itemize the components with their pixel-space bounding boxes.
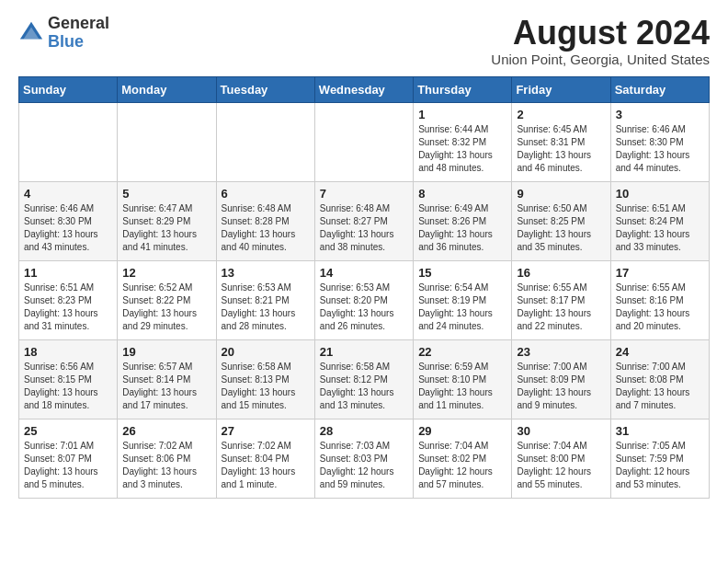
calendar-cell: 7Sunrise: 6:48 AM Sunset: 8:27 PM Daylig… bbox=[314, 181, 413, 260]
day-info: Sunrise: 6:44 AM Sunset: 8:32 PM Dayligh… bbox=[418, 123, 506, 175]
day-info: Sunrise: 6:54 AM Sunset: 8:19 PM Dayligh… bbox=[418, 282, 506, 333]
day-info: Sunrise: 6:59 AM Sunset: 8:10 PM Dayligh… bbox=[418, 361, 506, 412]
day-info: Sunrise: 6:53 AM Sunset: 8:21 PM Dayligh… bbox=[222, 282, 310, 333]
calendar-cell: 31Sunrise: 7:05 AM Sunset: 7:59 PM Dayli… bbox=[610, 419, 709, 498]
day-number: 29 bbox=[418, 424, 506, 438]
day-number: 18 bbox=[24, 345, 112, 359]
calendar-cell: 9Sunrise: 6:50 AM Sunset: 8:25 PM Daylig… bbox=[512, 181, 610, 260]
day-info: Sunrise: 6:50 AM Sunset: 8:25 PM Dayligh… bbox=[517, 202, 605, 254]
weekday-header: Tuesday bbox=[216, 76, 314, 102]
day-info: Sunrise: 7:05 AM Sunset: 7:59 PM Dayligh… bbox=[616, 440, 704, 491]
calendar-cell: 10Sunrise: 6:51 AM Sunset: 8:24 PM Dayli… bbox=[610, 181, 709, 260]
calendar-cell: 17Sunrise: 6:55 AM Sunset: 8:16 PM Dayli… bbox=[610, 260, 709, 339]
weekday-header: Thursday bbox=[414, 76, 512, 102]
calendar-cell: 15Sunrise: 6:54 AM Sunset: 8:19 PM Dayli… bbox=[414, 260, 512, 339]
weekday-header: Friday bbox=[512, 76, 610, 102]
calendar-week-row: 25Sunrise: 7:01 AM Sunset: 8:07 PM Dayli… bbox=[19, 419, 710, 498]
weekday-header: Sunday bbox=[19, 76, 118, 102]
logo-icon bbox=[18, 20, 44, 46]
day-info: Sunrise: 7:02 AM Sunset: 8:06 PM Dayligh… bbox=[122, 440, 210, 491]
calendar-cell: 5Sunrise: 6:47 AM Sunset: 8:29 PM Daylig… bbox=[118, 181, 216, 260]
calendar-cell: 28Sunrise: 7:03 AM Sunset: 8:03 PM Dayli… bbox=[314, 419, 413, 498]
day-info: Sunrise: 6:47 AM Sunset: 8:29 PM Dayligh… bbox=[122, 202, 210, 254]
calendar-cell: 12Sunrise: 6:52 AM Sunset: 8:22 PM Dayli… bbox=[118, 260, 216, 339]
day-info: Sunrise: 6:46 AM Sunset: 8:30 PM Dayligh… bbox=[24, 202, 112, 254]
day-number: 3 bbox=[616, 108, 704, 121]
calendar-cell: 13Sunrise: 6:53 AM Sunset: 8:21 PM Dayli… bbox=[216, 260, 314, 339]
weekday-header: Wednesday bbox=[314, 76, 413, 102]
day-info: Sunrise: 6:51 AM Sunset: 8:24 PM Dayligh… bbox=[616, 202, 704, 254]
day-info: Sunrise: 6:58 AM Sunset: 8:12 PM Dayligh… bbox=[320, 361, 408, 412]
day-info: Sunrise: 6:55 AM Sunset: 8:16 PM Dayligh… bbox=[616, 282, 704, 333]
day-info: Sunrise: 6:56 AM Sunset: 8:15 PM Dayligh… bbox=[24, 361, 112, 412]
day-number: 23 bbox=[517, 345, 605, 359]
logo-line2: Blue bbox=[48, 33, 109, 52]
calendar-cell bbox=[118, 102, 216, 181]
calendar-header: SundayMondayTuesdayWednesdayThursdayFrid… bbox=[19, 76, 710, 102]
day-info: Sunrise: 6:52 AM Sunset: 8:22 PM Dayligh… bbox=[122, 282, 210, 333]
weekday-header: Saturday bbox=[610, 76, 709, 102]
calendar-cell: 19Sunrise: 6:57 AM Sunset: 8:14 PM Dayli… bbox=[118, 339, 216, 419]
day-info: Sunrise: 6:48 AM Sunset: 8:28 PM Dayligh… bbox=[222, 202, 310, 254]
day-info: Sunrise: 6:45 AM Sunset: 8:31 PM Dayligh… bbox=[517, 123, 605, 175]
location-subtitle: Union Point, Georgia, United States bbox=[491, 52, 710, 67]
day-info: Sunrise: 7:00 AM Sunset: 8:09 PM Dayligh… bbox=[517, 361, 605, 412]
day-info: Sunrise: 7:03 AM Sunset: 8:03 PM Dayligh… bbox=[320, 440, 408, 491]
day-number: 1 bbox=[418, 108, 506, 121]
day-number: 13 bbox=[222, 266, 310, 280]
day-number: 2 bbox=[517, 108, 605, 121]
day-number: 10 bbox=[616, 187, 704, 201]
calendar-cell: 14Sunrise: 6:53 AM Sunset: 8:20 PM Dayli… bbox=[314, 260, 413, 339]
calendar-cell: 16Sunrise: 6:55 AM Sunset: 8:17 PM Dayli… bbox=[512, 260, 610, 339]
calendar-cell: 1Sunrise: 6:44 AM Sunset: 8:32 PM Daylig… bbox=[414, 102, 512, 181]
page-header: General Blue August 2024 Union Point, Ge… bbox=[18, 15, 710, 67]
weekday-header: Monday bbox=[118, 76, 216, 102]
title-block: August 2024 Union Point, Georgia, United… bbox=[491, 15, 710, 67]
day-info: Sunrise: 6:55 AM Sunset: 8:17 PM Dayligh… bbox=[517, 282, 605, 333]
day-info: Sunrise: 6:46 AM Sunset: 8:30 PM Dayligh… bbox=[616, 123, 704, 175]
day-info: Sunrise: 6:57 AM Sunset: 8:14 PM Dayligh… bbox=[122, 361, 210, 412]
calendar-cell: 22Sunrise: 6:59 AM Sunset: 8:10 PM Dayli… bbox=[414, 339, 512, 419]
day-number: 17 bbox=[616, 266, 704, 280]
calendar-week-row: 11Sunrise: 6:51 AM Sunset: 8:23 PM Dayli… bbox=[19, 260, 710, 339]
calendar-cell: 20Sunrise: 6:58 AM Sunset: 8:13 PM Dayli… bbox=[216, 339, 314, 419]
day-number: 28 bbox=[320, 424, 408, 438]
day-info: Sunrise: 6:49 AM Sunset: 8:26 PM Dayligh… bbox=[418, 202, 506, 254]
calendar-week-row: 1Sunrise: 6:44 AM Sunset: 8:32 PM Daylig… bbox=[19, 102, 710, 181]
day-number: 4 bbox=[24, 187, 112, 201]
day-info: Sunrise: 7:00 AM Sunset: 8:08 PM Dayligh… bbox=[616, 361, 704, 412]
logo: General Blue bbox=[18, 15, 109, 52]
calendar-cell: 18Sunrise: 6:56 AM Sunset: 8:15 PM Dayli… bbox=[19, 339, 118, 419]
day-number: 25 bbox=[24, 424, 112, 438]
calendar-cell bbox=[19, 102, 118, 181]
calendar-cell: 23Sunrise: 7:00 AM Sunset: 8:09 PM Dayli… bbox=[512, 339, 610, 419]
day-info: Sunrise: 7:04 AM Sunset: 8:00 PM Dayligh… bbox=[517, 440, 605, 491]
day-info: Sunrise: 6:51 AM Sunset: 8:23 PM Dayligh… bbox=[24, 282, 112, 333]
calendar-cell: 6Sunrise: 6:48 AM Sunset: 8:28 PM Daylig… bbox=[216, 181, 314, 260]
day-number: 21 bbox=[320, 345, 408, 359]
calendar-cell: 21Sunrise: 6:58 AM Sunset: 8:12 PM Dayli… bbox=[314, 339, 413, 419]
calendar-body: 1Sunrise: 6:44 AM Sunset: 8:32 PM Daylig… bbox=[19, 102, 710, 498]
day-number: 14 bbox=[320, 266, 408, 280]
calendar-cell: 8Sunrise: 6:49 AM Sunset: 8:26 PM Daylig… bbox=[414, 181, 512, 260]
calendar-table: SundayMondayTuesdayWednesdayThursdayFrid… bbox=[18, 76, 710, 499]
calendar-cell: 30Sunrise: 7:04 AM Sunset: 8:00 PM Dayli… bbox=[512, 419, 610, 498]
day-number: 19 bbox=[122, 345, 210, 359]
calendar-cell: 26Sunrise: 7:02 AM Sunset: 8:06 PM Dayli… bbox=[118, 419, 216, 498]
day-number: 12 bbox=[122, 266, 210, 280]
day-number: 6 bbox=[222, 187, 310, 201]
day-number: 24 bbox=[616, 345, 704, 359]
calendar-cell: 27Sunrise: 7:02 AM Sunset: 8:04 PM Dayli… bbox=[216, 419, 314, 498]
day-info: Sunrise: 7:04 AM Sunset: 8:02 PM Dayligh… bbox=[418, 440, 506, 491]
logo-text: General Blue bbox=[48, 15, 109, 52]
calendar-cell bbox=[314, 102, 413, 181]
weekday-row: SundayMondayTuesdayWednesdayThursdayFrid… bbox=[19, 76, 710, 102]
day-number: 8 bbox=[418, 187, 506, 201]
day-number: 30 bbox=[517, 424, 605, 438]
calendar-week-row: 18Sunrise: 6:56 AM Sunset: 8:15 PM Dayli… bbox=[19, 339, 710, 419]
month-year-title: August 2024 bbox=[491, 15, 710, 52]
day-number: 5 bbox=[122, 187, 210, 201]
day-number: 22 bbox=[418, 345, 506, 359]
day-number: 9 bbox=[517, 187, 605, 201]
day-number: 26 bbox=[122, 424, 210, 438]
